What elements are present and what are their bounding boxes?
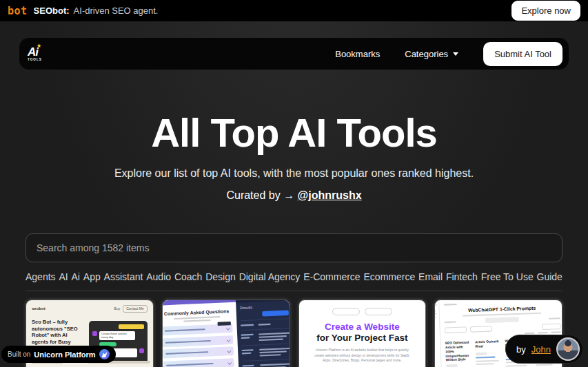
category-tag[interactable]: App [83,271,101,282]
navbar: ★ Ai TOOLS Bookmarks Categories Submit A… [19,38,569,70]
nav-categories[interactable]: Categories [405,49,458,59]
mockup-body-text: Unicorn Platform is an AI website builde… [314,348,411,364]
panel-title: Results [240,304,288,310]
chat-avatar-icon [92,331,97,336]
mockup-search [542,324,561,330]
by-john-badge[interactable]: by John [505,335,583,364]
unicorn-icon [99,349,110,359]
category-tags: Agents AI Ai App Assistant Audio Coach D… [26,271,562,282]
categories-label: Categories [405,49,448,59]
award-badges [299,308,426,315]
faq-row [162,335,234,346]
mockup-nav-link: Buy [114,306,121,311]
mockup-heading-accent: Create a Website [299,322,426,332]
category-tag[interactable]: Ai [72,271,80,282]
mockup-heading: for Your Project Fast [299,333,426,343]
promo-tagline: AI-driven SEO agent. [74,6,159,16]
category-tag[interactable]: Guide [537,271,562,282]
hero-section: All Top AI Tools Explore our list of top… [0,112,588,202]
unicorn-platform-label: Unicorn Platform [34,350,95,359]
mockup-dropdown [445,326,467,333]
results-panel: Results [236,300,290,367]
curated-line: Curated by → @johnrushx [0,189,588,202]
category-tag[interactable]: Free To Use [481,271,534,282]
star-icon: ★ [37,43,41,49]
chat-bubble-yellow [119,324,144,329]
category-tag[interactable]: Assistant [104,271,143,282]
faq-row [162,324,233,335]
category-tag[interactable]: Fintech [446,271,478,282]
ai-tools-logo[interactable]: ★ Ai TOOLS [28,47,51,61]
nav-bookmarks[interactable]: Bookmarks [335,49,380,59]
chat-avatar-icon [139,348,144,353]
tool-card-faq[interactable]: Commonly Asked Questions Results [162,300,290,367]
promo-brand: SEObot: [34,6,70,16]
chat-bubble: Create these articles every day [99,331,135,341]
mockup-dropdown [470,326,492,333]
hero-subtitle: Explore our list of top AI tools, with t… [0,167,588,180]
by-label: by [516,344,526,355]
mockup-heading: Commonly Asked Questions [162,308,236,317]
mockup-contact-button: Contact Me [123,305,148,313]
category-tag[interactable]: Audio [146,271,171,282]
promo-bar: bot SEObot: AI-driven SEO agent. Explore… [0,0,588,21]
avatar [556,337,580,361]
curated-prefix: Curated by → [226,189,294,201]
faq-row [163,346,234,358]
card-mockup: Commonly Asked Questions Results [162,300,290,367]
submit-ai-tool-button[interactable]: Submit AI Tool [483,42,562,66]
author-link[interactable]: John [531,344,551,355]
category-tag[interactable]: Digital Agency [239,271,301,282]
category-tag[interactable]: AI [59,271,68,282]
prompt-tile: SEO Optimized Article with 100% Unique/H… [445,339,473,367]
answer-badge [218,322,231,326]
tool-card-unicorn[interactable]: Create a Website for Your Project Fast U… [298,300,427,367]
category-tag[interactable]: Design [205,271,236,282]
prompt-tile: Article Outrank Rival [475,338,503,367]
card-mockup-header: seobot Buy Contact Me [32,305,148,313]
built-on-label: Built on [8,350,30,358]
panel-button [262,310,289,316]
chevron-down-icon [453,52,458,56]
seobot-logo: bot [8,5,28,17]
category-tag[interactable]: Ecommerce [364,271,416,282]
divider [26,291,562,291]
search-input[interactable] [26,233,562,262]
faq-row [163,358,234,367]
page-title: All Top AI Tools [0,112,588,154]
logo-subtext: TOOLS [28,58,42,61]
category-tag[interactable]: Email [418,271,443,282]
curator-link[interactable]: @johnrushx [298,189,362,201]
mockup-logo: seobot [32,306,45,311]
built-on-unicorn-badge[interactable]: Built on Unicorn Platform [1,346,116,363]
category-tag[interactable]: E-Commerce [303,271,360,282]
search-bar [26,233,562,262]
category-tag[interactable]: Agents [26,271,56,282]
category-tag[interactable]: Coach [174,271,202,282]
explore-now-button[interactable]: Explore now [511,1,580,21]
mockup-accent-bar [162,300,236,306]
